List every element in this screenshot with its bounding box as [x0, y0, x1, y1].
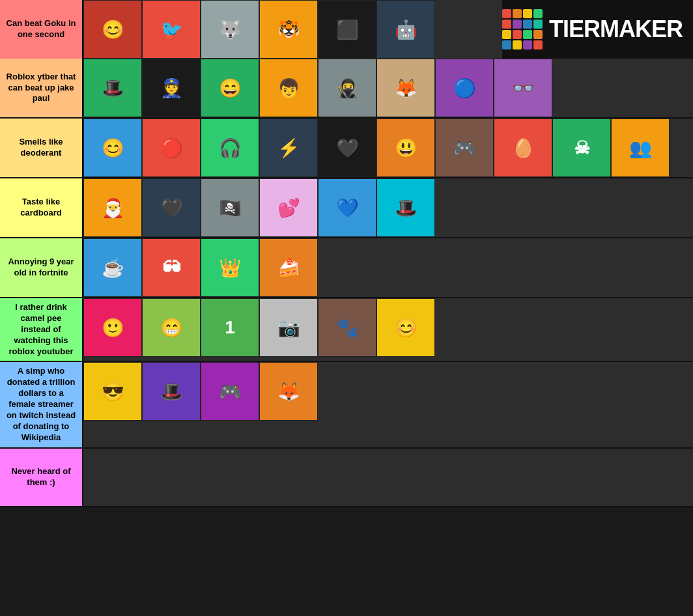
tier-items-4: 🎅🖤🏴‍☠️💕💙🎩	[83, 178, 693, 237]
tier-row-8: Never heard of them :)	[0, 449, 693, 507]
tier-4-item-6[interactable]: 🎩	[376, 178, 435, 237]
tier-row-6: I rather drink camel pee instead of watc…	[0, 298, 693, 362]
tier-2-item-6[interactable]: 🦊	[376, 59, 435, 117]
logo-cell	[513, 30, 522, 39]
tier-label-8: Never heard of them :)	[0, 449, 83, 506]
tier-4-item-4[interactable]: 💕	[259, 178, 318, 237]
tier-3-item-9[interactable]: ☠	[552, 119, 611, 177]
logo-cell	[533, 9, 543, 18]
tier-3-item-8[interactable]: 🥚	[494, 119, 552, 177]
tier-6-item-4[interactable]: 📷	[259, 298, 318, 357]
tier-items-5: ☕🕶👑🍰	[83, 238, 693, 297]
tier-label-4: Taste like cardboard	[0, 178, 83, 237]
tier-row-3: Smells like deoderant😊🔴🎧⚡🖤😃🎮🥚☠👥	[0, 119, 693, 178]
header-tier-label: Can beat Goku in one second	[0, 0, 83, 59]
tier-6-item-3[interactable]: 1	[201, 298, 259, 357]
tier-3-item-6[interactable]: 😃	[376, 119, 435, 177]
tier-row-2: Roblox ytber that can beat up jake paul🎩…	[0, 59, 693, 119]
logo-cell	[523, 9, 532, 18]
header-item-2[interactable]: 🐦	[142, 0, 201, 59]
tier-2-item-4[interactable]: 👦	[259, 59, 318, 117]
tier-2-item-5[interactable]: 🥷	[318, 59, 376, 117]
logo-cell	[513, 40, 522, 49]
tier-items-6: 🙂😁1📷🐾😊	[83, 298, 693, 361]
logo-grid	[502, 9, 543, 49]
tier-label-7: A simp who donated a trillion dollars to…	[0, 362, 83, 447]
tier-4-item-5[interactable]: 💙	[318, 178, 376, 237]
tier-2-item-1[interactable]: 🎩	[83, 59, 142, 117]
tier-4-item-2[interactable]: 🖤	[142, 178, 201, 237]
tier-table: Roblox ytber that can beat up jake paul🎩…	[0, 59, 693, 507]
tier-6-item-2[interactable]: 😁	[142, 298, 201, 357]
header-item-4[interactable]: 🐯	[259, 0, 318, 59]
tier-row-5: Annoying 9 year old in fortnite☕🕶👑🍰	[0, 238, 693, 298]
tier-5-item-1[interactable]: ☕	[83, 238, 142, 297]
tier-2-item-2[interactable]: 👮	[142, 59, 201, 117]
tier-2-item-3[interactable]: 😄	[201, 59, 259, 117]
tier-7-item-2[interactable]: 🎩	[142, 362, 201, 421]
tier-5-item-2[interactable]: 🕶	[142, 238, 201, 297]
tier-items-7: 😎🎩🎮🦊	[83, 362, 693, 447]
tier-2-item-8[interactable]: 👓	[494, 59, 552, 117]
header-tier-items: Can beat Goku in one second😊🐦🐺🐯⬛🤖	[0, 0, 502, 59]
tier-6-item-1[interactable]: 🙂	[83, 298, 142, 357]
tier-2-item-7[interactable]: 🔵	[435, 59, 494, 117]
logo-cell	[533, 30, 543, 39]
logo-cell	[502, 30, 511, 39]
tier-3-item-10[interactable]: 👥	[611, 119, 670, 177]
logo-cell	[513, 9, 522, 18]
logo-text: TiERMAKER	[549, 16, 683, 43]
tier-row-7: A simp who donated a trillion dollars to…	[0, 362, 693, 448]
logo-cell	[502, 20, 511, 29]
tier-7-item-1[interactable]: 😎	[83, 362, 142, 421]
header-item-5[interactable]: ⬛	[318, 0, 376, 59]
header-item-6[interactable]: 🤖	[376, 0, 435, 59]
tier-3-item-7[interactable]: 🎮	[435, 119, 494, 177]
tier-7-item-4[interactable]: 🦊	[259, 362, 318, 421]
tier-3-item-1[interactable]: 😊	[83, 119, 142, 177]
tier-5-item-4[interactable]: 🍰	[259, 238, 318, 297]
logo-cell	[533, 20, 543, 29]
tier-row-4: Taste like cardboard🎅🖤🏴‍☠️💕💙🎩	[0, 178, 693, 238]
logo-cell	[523, 20, 532, 29]
header-item-3[interactable]: 🐺	[201, 0, 259, 59]
tier-items-8	[83, 449, 693, 506]
header-item-1[interactable]: 😊	[83, 0, 142, 59]
tier-7-item-3[interactable]: 🎮	[201, 362, 259, 421]
tier-3-item-5[interactable]: 🖤	[318, 119, 376, 177]
tier-items-2: 🎩👮😄👦🥷🦊🔵👓	[83, 59, 693, 117]
header: Can beat Goku in one second😊🐦🐺🐯⬛🤖 TiERMA…	[0, 0, 693, 59]
tier-6-item-6[interactable]: 😊	[376, 298, 435, 357]
logo-cell	[502, 40, 511, 49]
logo-cell	[533, 40, 543, 49]
tiermaker-logo: TiERMAKER	[502, 9, 683, 49]
tier-3-item-4[interactable]: ⚡	[259, 119, 318, 177]
tier-3-item-3[interactable]: 🎧	[201, 119, 259, 177]
tier-label-2: Roblox ytber that can beat up jake paul	[0, 59, 83, 117]
tier-label-6: I rather drink camel pee instead of watc…	[0, 298, 83, 361]
logo-cell	[502, 9, 511, 18]
tier-label-3: Smells like deoderant	[0, 119, 83, 177]
tier-items-3: 😊🔴🎧⚡🖤😃🎮🥚☠👥	[83, 119, 693, 177]
tier-5-item-3[interactable]: 👑	[201, 238, 259, 297]
tier-4-item-3[interactable]: 🏴‍☠️	[201, 178, 259, 237]
tier-4-item-1[interactable]: 🎅	[83, 178, 142, 237]
logo-cell	[523, 30, 532, 39]
tier-3-item-2[interactable]: 🔴	[142, 119, 201, 177]
tier-label-5: Annoying 9 year old in fortnite	[0, 238, 83, 297]
tier-6-item-5[interactable]: 🐾	[318, 298, 376, 357]
logo-cell	[513, 20, 522, 29]
logo-cell	[523, 40, 532, 49]
app-container: Can beat Goku in one second😊🐦🐺🐯⬛🤖 TiERMA…	[0, 0, 693, 507]
